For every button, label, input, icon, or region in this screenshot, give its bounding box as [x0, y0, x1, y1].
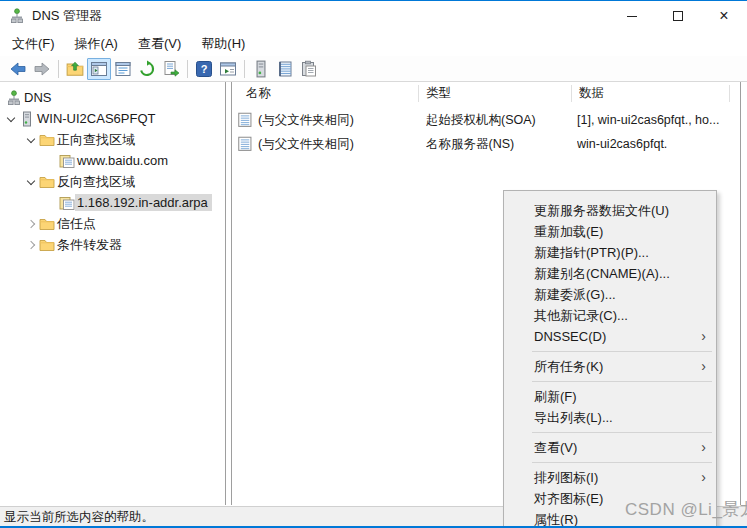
zone-icon: [59, 153, 75, 169]
context-menu: 更新服务器数据文件(U) 重新加载(E) 新建指针(PTR)(P)... 新建别…: [503, 190, 717, 528]
ctx-all-tasks[interactable]: 所有任务(K)›: [504, 356, 716, 377]
properties-icon: [114, 60, 132, 78]
menu-separator: [532, 381, 712, 382]
tree-item-label[interactable]: 信任点: [55, 214, 100, 234]
chevron-down-icon[interactable]: [3, 111, 19, 127]
toolbar-separator: [244, 60, 245, 78]
column-header-data[interactable]: 数据: [579, 82, 604, 105]
server-toolbar-button[interactable]: [249, 58, 273, 80]
refresh-icon: [138, 60, 156, 78]
tree-item-label-selected[interactable]: 1.168.192.in-addr.arpa: [75, 194, 212, 211]
folder-icon: [39, 174, 55, 190]
menu-file[interactable]: 文件(F): [2, 32, 65, 56]
toolbar-separator: [187, 60, 188, 78]
submenu-arrow-icon: ›: [701, 437, 706, 458]
ctx-dnssec[interactable]: DNSSEC(D)›: [504, 326, 716, 347]
tree-item-forward-zones[interactable]: 正向查找区域: [0, 129, 225, 150]
column-divider[interactable]: [571, 85, 572, 102]
record-data: [1], win-ui2cas6pfqt., ho...: [577, 108, 737, 132]
close-icon: ×: [719, 8, 728, 24]
ctx-new-delegation[interactable]: 新建委派(G)...: [504, 284, 716, 305]
paste-button[interactable]: [297, 58, 321, 80]
column-divider[interactable]: [729, 85, 730, 102]
column-divider[interactable]: [418, 85, 419, 102]
tree-item-baidu-zone[interactable]: www.baidu.com: [0, 150, 225, 171]
tree-item-label[interactable]: DNS: [22, 89, 55, 106]
new-window-icon: [219, 60, 237, 78]
forward-button[interactable]: [30, 58, 54, 80]
ctx-arrange-icons[interactable]: 排列图标(I)›: [504, 467, 716, 488]
dns-record-icon: [238, 136, 253, 152]
address-list-button[interactable]: [273, 58, 297, 80]
up-one-level-button[interactable]: [63, 58, 87, 80]
tree-item-label[interactable]: 条件转发器: [55, 235, 126, 255]
tree-item-server[interactable]: WIN-UI2CAS6PFQT: [0, 108, 225, 129]
chevron-down-icon[interactable]: [23, 174, 39, 190]
column-header-type[interactable]: 类型: [426, 82, 451, 105]
status-text: 显示当前所选内容的帮助。: [4, 509, 154, 526]
ctx-other-new-records[interactable]: 其他新记录(C)...: [504, 305, 716, 326]
export-list-button[interactable]: [159, 58, 183, 80]
forward-icon: [33, 60, 51, 78]
record-type: 起始授权机构(SOA): [426, 108, 569, 132]
minimize-icon: [627, 16, 637, 17]
back-button[interactable]: [6, 58, 30, 80]
menu-help[interactable]: 帮助(H): [191, 32, 255, 56]
server-icon: [252, 60, 270, 78]
paste-icon: [300, 60, 318, 78]
up-one-level-icon: [66, 60, 84, 78]
dns-record-icon: [238, 112, 253, 128]
show-console-tree-button[interactable]: [87, 58, 111, 80]
tree-item-reverse-zones[interactable]: 反向查找区域: [0, 171, 225, 192]
ctx-export-list[interactable]: 导出列表(L)...: [504, 407, 716, 428]
menu-view[interactable]: 查看(V): [128, 32, 191, 56]
chevron-right-icon[interactable]: [23, 216, 39, 232]
tree-item-label[interactable]: 反向查找区域: [55, 172, 139, 192]
tree-item-dns-root[interactable]: DNS: [0, 87, 225, 108]
csdn-watermark: CSDN @Li_景龙: [625, 498, 747, 521]
refresh-button[interactable]: [135, 58, 159, 80]
server-icon: [19, 111, 35, 127]
submenu-arrow-icon: ›: [701, 326, 706, 347]
chevron-down-icon[interactable]: [23, 132, 39, 148]
record-row-ns[interactable]: (与父文件夹相同) 名称服务器(NS) win-ui2cas6pfqt.: [232, 132, 740, 156]
console-tree-pane: DNS WIN-UI2CAS6PFQT 正向查找区域 www.baidu.com…: [0, 82, 226, 505]
submenu-arrow-icon: ›: [701, 467, 706, 488]
tree-item-label[interactable]: WIN-UI2CAS6PFQT: [35, 110, 159, 127]
ctx-view[interactable]: 查看(V)›: [504, 437, 716, 458]
help-icon: ?: [195, 60, 213, 78]
folder-icon: [39, 237, 55, 253]
tree-item-label[interactable]: 正向查找区域: [55, 130, 139, 150]
properties-button[interactable]: [111, 58, 135, 80]
help-button[interactable]: ?: [192, 58, 216, 80]
minimize-button[interactable]: [609, 1, 655, 31]
chevron-right-icon[interactable]: [23, 237, 39, 253]
ctx-update-server-data-files[interactable]: 更新服务器数据文件(U): [504, 200, 716, 221]
tree-item-label[interactable]: www.baidu.com: [75, 152, 172, 169]
close-button[interactable]: ×: [701, 1, 747, 31]
window-title: DNS 管理器: [32, 7, 102, 25]
ctx-new-pointer[interactable]: 新建指针(PTR)(P)...: [504, 242, 716, 263]
tree-item-trust-points[interactable]: 信任点: [0, 213, 225, 234]
record-data: win-ui2cas6pfqt.: [577, 132, 737, 156]
show-console-tree-icon: [90, 60, 108, 78]
ctx-refresh[interactable]: 刷新(F): [504, 386, 716, 407]
export-list-icon: [162, 60, 180, 78]
menu-action[interactable]: 操作(A): [65, 32, 128, 56]
record-row-soa[interactable]: (与父文件夹相同) 起始授权机构(SOA) [1], win-ui2cas6pf…: [232, 108, 740, 132]
menu-separator: [532, 432, 712, 433]
tree-item-arpa-zone[interactable]: 1.168.192.in-addr.arpa: [0, 192, 225, 213]
menu-separator: [532, 462, 712, 463]
zone-icon: [59, 195, 75, 211]
ctx-reload[interactable]: 重新加载(E): [504, 221, 716, 242]
maximize-button[interactable]: [655, 1, 701, 31]
toolbar-separator: [58, 60, 59, 78]
column-header-name[interactable]: 名称: [246, 82, 271, 105]
ctx-new-alias[interactable]: 新建别名(CNAME)(A)...: [504, 263, 716, 284]
toolbar: ?: [0, 56, 747, 82]
address-list-icon: [276, 60, 294, 78]
new-window-button[interactable]: [216, 58, 240, 80]
svg-text:?: ?: [201, 63, 208, 75]
tree-item-conditional-forwarders[interactable]: 条件转发器: [0, 234, 225, 255]
submenu-arrow-icon: ›: [701, 356, 706, 377]
